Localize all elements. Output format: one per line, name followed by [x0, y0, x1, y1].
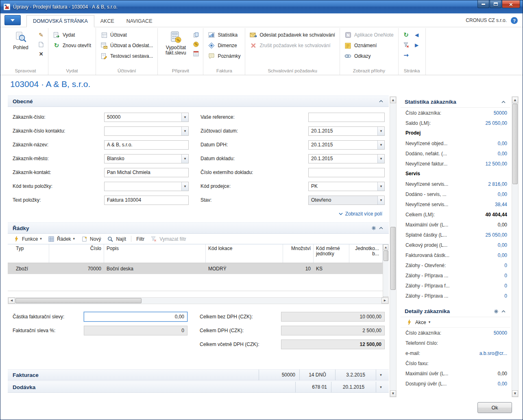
cell-no[interactable]: 70000 [49, 266, 104, 272]
posting-date-field[interactable]: 20.1.2015 ▾ [308, 126, 385, 136]
filter-button[interactable]: Filtr [134, 235, 147, 244]
scroll-right-icon[interactable]: ▶ [381, 298, 388, 304]
factbox-field-value-link[interactable]: 12 500,00 [486, 161, 507, 167]
dimensions-button[interactable]: Dimenze [206, 41, 242, 50]
statistics-factbox-header[interactable]: Statistika zákazníka [401, 96, 510, 108]
line-row[interactable]: Zboží 70000 Boční deska MODRÝ 10 KS [8, 263, 383, 274]
column-header-unit-price[interactable]: Jednotko... b... [349, 244, 383, 263]
dropdown-button[interactable]: ▾ [377, 141, 384, 149]
find-button[interactable]: Najít [104, 235, 129, 244]
factbox-field-value-link[interactable]: 0,00 [498, 151, 507, 157]
scrollbar-thumb[interactable] [390, 227, 396, 290]
comments-button[interactable]: Poznámky [206, 52, 242, 61]
customer-name-field[interactable]: A & B, s.r.o. [104, 140, 189, 150]
dropdown-button[interactable]: ▾ [377, 155, 384, 163]
column-header-location[interactable]: Kód lokace [206, 244, 283, 263]
onenote-button[interactable]: N Aplikace OneNote [343, 30, 395, 39]
view-button[interactable]: Pohled [6, 29, 36, 50]
cell-description[interactable]: Boční deska [104, 266, 206, 272]
dropdown-button[interactable]: ▾ [181, 182, 188, 191]
customer-contact-no-field[interactable]: ▾ [104, 126, 189, 136]
invoice-discount-amount-field[interactable]: 0,00 [84, 312, 187, 322]
cell-type[interactable]: Zboží [8, 266, 49, 272]
salesperson-code-field[interactable]: PK ▾ [308, 182, 385, 191]
scroll-left-icon[interactable]: ◀ [8, 298, 15, 304]
collapse-chevron-icon[interactable] [377, 98, 385, 105]
column-header-uom[interactable]: Kód měrné jednotky [314, 244, 349, 263]
scrollbar-thumb[interactable] [15, 298, 142, 303]
dropdown-button[interactable]: ▾ [377, 196, 384, 205]
factbox-field-value-link[interactable]: 0,00 [498, 141, 507, 146]
factbox-field-value-link[interactable]: 0 [504, 273, 507, 279]
tab-home[interactable]: DOMOVSKÁ STRÁNKA [26, 15, 94, 27]
customer-no-field[interactable]: 50000 ▾ [104, 113, 189, 122]
customize-icon[interactable] [370, 224, 377, 232]
restore-button[interactable] [490, 0, 501, 8]
document-date-field[interactable]: 20.1.2015 ▾ [308, 154, 385, 163]
factbox-field-value-link[interactable]: 0,00 [498, 381, 507, 387]
factbox-field-value-link[interactable]: 50000 [494, 330, 507, 336]
actions-menu-button[interactable]: Akce ▾ [401, 317, 510, 328]
test-report-button[interactable]: Testovací sestava... [99, 52, 155, 61]
line-menu-button[interactable]: Řádek ▾ [45, 235, 77, 244]
title-bar[interactable]: Úpravy - Prodejní faktura - 103004 · A &… [0, 0, 523, 13]
horizontal-scrollbar[interactable]: ◀ ▶ [8, 297, 389, 304]
lines-section-header[interactable]: Řádky [8, 222, 389, 234]
copy-document-button[interactable] [192, 31, 200, 39]
delete-button[interactable]: × [37, 50, 45, 58]
ok-button[interactable]: Ok [477, 402, 512, 413]
dropdown-button[interactable]: ▾ [181, 127, 188, 135]
help-icon[interactable]: ? [511, 17, 518, 24]
scroll-up-icon[interactable]: ▲ [383, 244, 388, 250]
minimize-button[interactable] [477, 0, 489, 8]
show-more-fields-link[interactable]: Zobrazit více polí [8, 209, 389, 219]
details-factbox-header[interactable]: Detaily zákazníka [401, 306, 510, 317]
factbox-field-value-link[interactable]: a.b.sro@cr... [479, 350, 507, 356]
factbox-field-value-link[interactable]: 0,00 [498, 242, 507, 248]
customer-city-field[interactable]: Blansko ▾ [104, 154, 189, 163]
invoice-discount-pct-field[interactable]: 0 [84, 326, 187, 335]
total-incl-vat-field[interactable]: 12 500,00 [281, 339, 385, 349]
cell-location[interactable]: MODRÝ [206, 266, 283, 272]
scrollbar-thumb[interactable] [384, 250, 388, 261]
calc-invoice-discount-button[interactable]: % Vypočítat fakt.slevu [161, 29, 191, 56]
refresh-button[interactable]: ↻ [401, 30, 411, 39]
general-section-header[interactable]: Obecné [8, 96, 389, 107]
total-vat-field[interactable]: 2 500,00 [281, 326, 385, 335]
scroll-down-icon[interactable]: ▼ [512, 390, 518, 397]
column-header-description[interactable]: Popis [104, 244, 206, 263]
factbox-field-value-link[interactable]: 2 816,00 [488, 181, 507, 187]
collapse-chevron-icon[interactable] [500, 308, 507, 315]
discount-percent-button[interactable]: % [192, 40, 200, 48]
factbox-field-value-link[interactable]: 50000 [494, 110, 507, 116]
send-approval-request-button[interactable]: Odeslat požadavek ke schvalování [248, 30, 336, 39]
factbox-field-value-link[interactable]: 0 [504, 293, 507, 299]
tab-actions[interactable]: AKCE [94, 15, 120, 27]
dropdown-button[interactable]: ▾ [377, 182, 384, 191]
links-button[interactable]: Odkazy [343, 52, 395, 61]
tab-navigate[interactable]: NAVIGACE [120, 15, 159, 27]
factbox-field-value-link[interactable]: 0,00 [498, 252, 507, 258]
cell-quantity[interactable]: 10 [283, 266, 314, 272]
release-button[interactable]: Vydat [51, 30, 93, 39]
clear-filter-button[interactable] [401, 41, 411, 50]
scroll-up-icon[interactable]: ▲ [512, 97, 518, 103]
scrollbar-thumb[interactable] [512, 104, 518, 184]
external-doc-no-field[interactable] [308, 168, 385, 177]
recalculate-lines-button[interactable] [192, 50, 200, 58]
new-button[interactable] [37, 40, 45, 48]
expand-button[interactable]: ▾ [376, 370, 386, 380]
factbox-field-value-link[interactable]: 0 [504, 263, 507, 268]
item-text-field[interactable]: Faktura 103004 [104, 196, 189, 205]
scroll-down-icon[interactable]: ▼ [390, 390, 396, 397]
column-header-type[interactable]: Typ [8, 244, 49, 263]
section-invoicing-collapsed[interactable]: Fakturace 50000 14 DNŮ 3.2.2015 ▾ [8, 369, 389, 381]
collapse-chevron-icon[interactable] [500, 98, 507, 106]
post-button[interactable]: Účtovat [99, 30, 155, 39]
factbox-field-value-link[interactable]: 0 [504, 283, 507, 289]
grid-vertical-scrollbar[interactable]: ▲ ▼ [383, 244, 389, 302]
scroll-up-icon[interactable]: ▲ [390, 97, 396, 103]
factbox-field-value-link[interactable]: 38,44 [495, 202, 507, 207]
edit-button[interactable]: ✎ [37, 31, 45, 39]
customize-icon[interactable] [492, 308, 500, 315]
